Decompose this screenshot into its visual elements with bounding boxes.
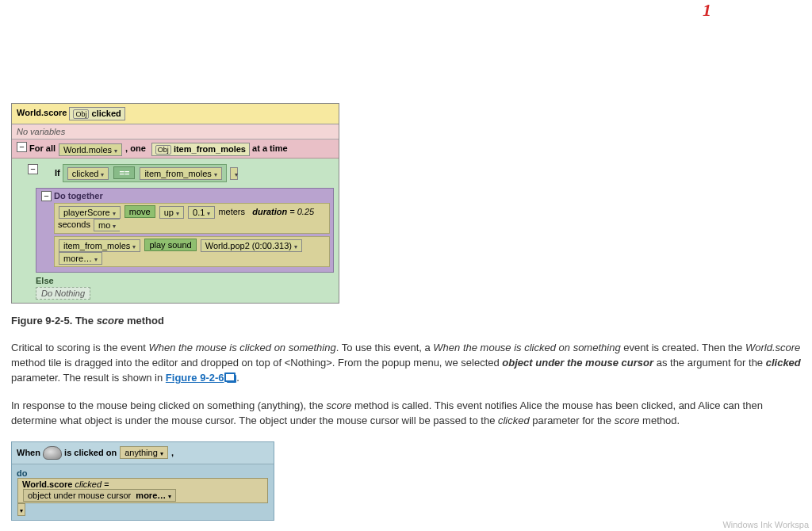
play-sound-kw: play sound (144, 239, 196, 251)
when-kw: When (17, 448, 40, 457)
do-kw: do (17, 468, 27, 478)
else-kw: Else (36, 276, 334, 285)
event-when-row: When is clicked on anything ▾ , (12, 442, 274, 464)
dropdown-stub-2[interactable]: ▾ (17, 503, 25, 516)
equals-op: == (113, 166, 135, 179)
dist-tile[interactable]: 0.1 (188, 206, 215, 219)
windows-ink-watermark: Windows Ink Workspa (722, 520, 809, 529)
world-moles-tile[interactable]: World.moles (59, 143, 122, 156)
figure-9-2-6-link[interactable]: Figure 9-2-6 (166, 372, 224, 384)
item-from-moles-label: item_from_moles (174, 144, 246, 154)
do-together-block: Do together playerScore move up 0.1 mete… (36, 188, 334, 273)
paragraph-2: In response to the mouse being clicked o… (11, 399, 801, 429)
figure-score-method: World.score Obj clicked No variables For… (11, 103, 339, 304)
item-from-moles-tile-2[interactable]: item_from_moles (59, 239, 140, 252)
dropdown-stub[interactable] (230, 167, 238, 180)
move-kw: move (124, 205, 155, 218)
anything-tile[interactable]: anything ▾ (120, 446, 168, 459)
external-link-icon[interactable] (227, 375, 236, 383)
item-from-moles-tile[interactable]: item_from_moles (140, 167, 221, 180)
world-score-call[interactable]: World.score clicked = object under mouse… (17, 478, 268, 503)
figure-event: When is clicked on anything ▾ , do World… (11, 441, 274, 521)
if-row: If clicked == item_from_moles (23, 162, 334, 185)
clicked-tile[interactable]: clicked (67, 167, 109, 180)
move-action-row: playerScore move up 0.1 meters duration … (54, 203, 330, 234)
paragraph-1: Critical to scoring is the event When th… (11, 341, 801, 386)
more-cut-tile[interactable]: mo (94, 219, 120, 231)
at-a-time-kw: at a time (252, 144, 288, 154)
obj-chip: Obj (155, 145, 171, 155)
annotation-mark: 1 (703, 0, 711, 21)
loop-var-slot: Obj item_from_moles (151, 143, 250, 156)
page-content: World.score Obj clicked No variables For… (0, 0, 812, 531)
one-kw: , one (125, 144, 146, 154)
obj-chip: Obj (73, 109, 89, 119)
condition-expr: clicked == item_from_moles (63, 164, 227, 182)
meters-label: meters (218, 207, 245, 216)
is-clicked-on-kw: is clicked on (64, 448, 117, 457)
param-name: clicked (92, 109, 121, 118)
no-variables-row: No variables (12, 124, 339, 139)
do-together-kw: Do together (54, 191, 330, 201)
figure-1-caption: Figure 9-2-5. The score method (11, 315, 801, 327)
method-header: World.score Obj clicked (12, 104, 339, 124)
if-kw: If (55, 168, 60, 178)
for-all-row: For all World.moles , one Obj item_from_… (12, 139, 339, 159)
duration-kw: duration (252, 207, 287, 216)
arg-object-under-cursor[interactable]: object under mouse cursor more… ▾ (23, 489, 176, 502)
if-block: If clicked == item_from_moles Do togethe… (12, 159, 339, 303)
more-tile[interactable]: more… (59, 252, 102, 265)
world-score-label: World.score (17, 108, 67, 117)
for-all-kw: For all (29, 144, 56, 154)
do-nothing: Do Nothing (36, 287, 90, 300)
comma: , (171, 448, 174, 457)
playerscore-tile[interactable]: playerScore (59, 206, 121, 219)
event-do-row: do World.score clicked = object under mo… (12, 464, 274, 520)
duration-val: = 0.25 (289, 207, 314, 216)
seconds-label: seconds (58, 220, 90, 229)
param-slot: Obj clicked (69, 107, 124, 120)
pop2-tile[interactable]: World.pop2 (0:00.313) (201, 239, 302, 252)
mouse-icon (43, 446, 62, 460)
up-tile[interactable]: up (159, 206, 184, 219)
sound-action-row: item_from_moles play sound World.pop2 (0… (54, 236, 330, 267)
